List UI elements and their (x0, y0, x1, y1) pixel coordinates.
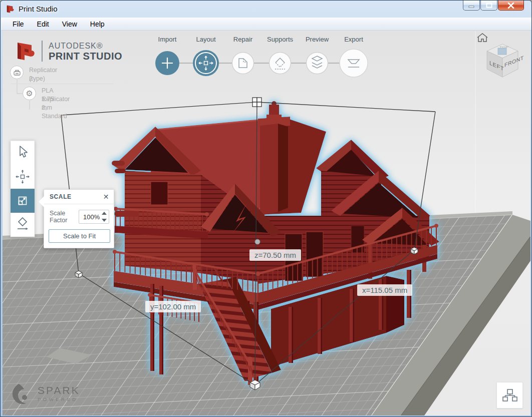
menu-edit[interactable]: Edit (31, 18, 56, 31)
workflow-label-preview: Preview (306, 36, 329, 43)
printer-icon (13, 69, 21, 76)
tool-scale[interactable] (11, 189, 35, 213)
spark-text: SPARK (38, 385, 80, 396)
scale-panel-title: SCALE (50, 193, 72, 200)
close-icon (507, 3, 514, 9)
dimension-label-y: y=102.00 mm (145, 301, 201, 312)
workflow-label-supports: Supports (267, 36, 294, 43)
viewcube[interactable]: TOP LEFT FRONT (487, 44, 524, 77)
spark-powered-text: POWERED (38, 396, 80, 403)
titlebar[interactable]: Print Studio (1, 1, 531, 18)
workflow-label-layout: Layout (196, 36, 215, 43)
spark-branding: SPARK POWERED (12, 382, 80, 405)
brand-divider (42, 41, 43, 62)
center-handle[interactable] (255, 239, 260, 244)
home-button[interactable] (477, 34, 487, 42)
viewcube-top-label: TOP (499, 46, 509, 49)
workflow-label-export: Export (344, 36, 363, 43)
menu-help[interactable]: Help (84, 18, 111, 31)
workflow-step-layout[interactable] (193, 50, 219, 76)
workflow-label-repair: Repair (233, 36, 253, 43)
printer-profile: Replicator 2, Standard (42, 95, 70, 121)
home-icon (477, 34, 487, 38)
workflow-label-import: Import (158, 36, 177, 43)
workflow-step-preview[interactable] (307, 53, 328, 74)
printer-type: (type) (29, 75, 45, 83)
scale-panel-close-icon[interactable]: ✕ (103, 190, 109, 204)
minimize-icon (468, 3, 474, 8)
maximize-button[interactable] (480, 1, 497, 11)
tools-toolbar (9, 139, 44, 240)
workflow-step-import[interactable] (155, 51, 179, 75)
stepper-down-icon[interactable] (102, 219, 107, 222)
brand-block: AUTODESK® PRINT STUDIO (15, 40, 122, 63)
window-title: Print Studio (19, 5, 58, 13)
dimension-label-z: z=70.50 mm (249, 249, 301, 261)
close-button[interactable] (498, 1, 524, 11)
workflow-toolbar: Import Layout Repair Supports Preview Ex… (141, 30, 376, 78)
scale-factor-stepper[interactable] (102, 212, 107, 222)
brand-maker: AUTODESK® (49, 41, 122, 51)
spark-logo-icon (12, 382, 33, 405)
scale-panel-header: SCALE ✕ (44, 190, 114, 204)
hierarchy-icon (502, 388, 517, 402)
printer-button[interactable] (10, 66, 24, 79)
workflow-step-export[interactable] (340, 49, 368, 77)
scale-factor-label: Scale Factor (50, 210, 79, 224)
top-scale-handle[interactable] (252, 98, 261, 107)
stepper-up-icon[interactable] (102, 212, 107, 215)
print-studio-logo-icon (15, 40, 38, 63)
workflow-step-repair[interactable] (232, 53, 254, 74)
menubar: File Edit View Help (1, 18, 532, 31)
viewcube-corner-marker[interactable] (498, 48, 506, 55)
scale-panel: SCALE ✕ Scale Factor Scale to Fit (44, 189, 114, 248)
viewcube-widget: TOP LEFT FRONT (474, 30, 532, 85)
material-settings-button[interactable]: ⚙ (23, 87, 36, 100)
maximize-icon (486, 3, 492, 8)
app-logo-icon (6, 5, 15, 14)
platform-layout-button[interactable] (496, 382, 523, 408)
menu-view[interactable]: View (56, 18, 84, 31)
gear-icon: ⚙ (26, 89, 33, 98)
workflow-step-supports[interactable] (270, 53, 291, 74)
dimension-label-x: x=115.05 mm (357, 284, 412, 296)
minimize-button[interactable] (463, 1, 480, 11)
menu-file[interactable]: File (6, 18, 31, 31)
brand-product: PRINT STUDIO (49, 51, 122, 62)
app-window: Print Studio File Edit View Help (0, 0, 532, 417)
printer-divider (11, 84, 114, 84)
scale-to-fit-button[interactable]: Scale to Fit (49, 229, 110, 243)
